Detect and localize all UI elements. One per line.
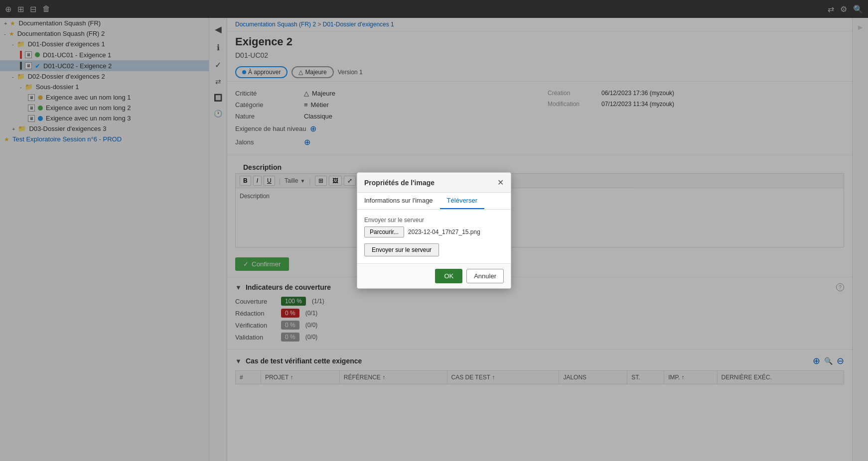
modal-overlay[interactable]: Propriétés de l'image ✕ Informations sur… [0,0,868,461]
modal-cancel-button[interactable]: Annuler [466,269,504,283]
modal-tabs: Informations sur l'image Téléverser [357,193,511,210]
modal-file-row: Parcourir... 2023-12-04_17h27_15.png [364,227,504,237]
browse-button[interactable]: Parcourir... [364,227,404,237]
modal-ok-button[interactable]: OK [435,269,462,283]
modal-dialog: Propriétés de l'image ✕ Informations sur… [357,172,511,289]
send-to-server-button[interactable]: Envoyer sur le serveur [364,243,439,256]
send-label: Envoyer sur le serveur [364,217,504,224]
file-name: 2023-12-04_17h27_15.png [408,229,480,235]
modal-body: Envoyer sur le serveur Parcourir... 2023… [357,210,511,263]
modal-tab-upload[interactable]: Téléverser [440,193,484,209]
modal-close-button[interactable]: ✕ [497,178,504,187]
modal-tab-info[interactable]: Informations sur l'image [357,193,440,209]
modal-footer: OK Annuler [357,263,511,288]
modal-title: Propriétés de l'image [364,179,434,187]
modal-header: Propriétés de l'image ✕ [357,173,511,193]
